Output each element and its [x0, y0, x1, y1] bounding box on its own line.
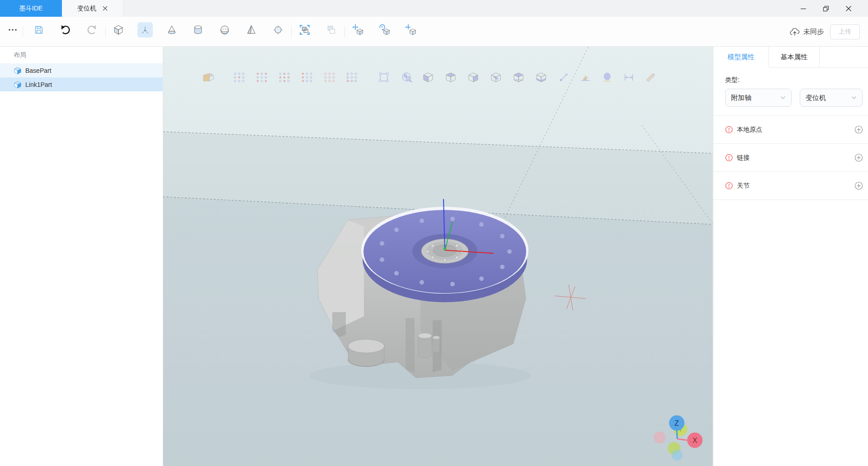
app-tab[interactable]: 墨斗IDE [0, 0, 62, 17]
upload-button[interactable]: 上传 [830, 24, 860, 39]
view-top-icon[interactable] [512, 71, 525, 84]
insert-cube-icon[interactable] [201, 71, 215, 84]
view-front-icon[interactable] [421, 71, 435, 84]
tree-item-link1part[interactable]: Link1Part [0, 77, 163, 91]
cube-icon [113, 24, 124, 36]
panel-tabs: 模型属性 基本属性 [713, 47, 868, 68]
close-button[interactable] [837, 0, 860, 17]
measure-width-icon[interactable] [622, 71, 636, 84]
create-sphere-button[interactable] [217, 22, 232, 38]
type-select-category-value: 附加轴 [731, 94, 751, 102]
snap-column-icon[interactable] [300, 71, 314, 84]
maximize-button[interactable] [815, 0, 837, 17]
properties-panel: 模型属性 基本属性 类型: 附加轴 变位机 本地原点 链接 [713, 47, 868, 466]
tree-item-basepart[interactable]: BasePart [0, 63, 163, 77]
translate-cube-icon [405, 24, 417, 36]
viewport-toolbar [163, 71, 713, 87]
tab-basic-properties[interactable]: 基本属性 [769, 47, 820, 67]
titlebar-drag-area [123, 0, 792, 17]
tree-item-label: Link1Part [25, 81, 52, 88]
maximize-icon [822, 5, 830, 13]
undo-button[interactable] [58, 22, 73, 38]
tree-item-label: BasePart [25, 67, 52, 74]
cloud-upload-icon [789, 27, 800, 37]
add-link-button[interactable] [854, 153, 863, 162]
translate-part-button[interactable] [403, 22, 419, 38]
doc-tab-label: 变位机 [77, 5, 96, 13]
chevron-down-icon [780, 96, 786, 100]
warning-icon [725, 182, 733, 190]
3d-viewport[interactable]: Y Z X [163, 47, 713, 466]
tab-model-properties[interactable]: 模型属性 [713, 47, 769, 68]
undo-icon [60, 24, 71, 36]
close-icon [844, 5, 853, 13]
redo-button[interactable] [84, 22, 99, 38]
tab-close-icon[interactable] [103, 6, 108, 11]
warning-icon [725, 126, 733, 133]
axis-triad-button[interactable] [137, 22, 153, 38]
measure-circle-icon[interactable] [600, 71, 614, 84]
scene-canvas: Y Z X [163, 47, 712, 466]
measure-angle-icon[interactable] [579, 71, 592, 84]
axis-z-negative-ball[interactable] [672, 450, 683, 461]
main-toolbar: 未同步 上传 [0, 17, 868, 47]
snap-origin-icon[interactable] [345, 71, 359, 84]
view-back-icon[interactable] [444, 71, 458, 84]
minimize-button[interactable] [792, 0, 815, 17]
add-joint-button[interactable] [854, 181, 863, 190]
point-icon [272, 24, 284, 36]
pyramid-icon [245, 24, 257, 36]
measure-distance-icon[interactable] [557, 71, 571, 84]
save-icon [33, 24, 44, 35]
create-point-button[interactable] [270, 22, 286, 38]
snap-cross-icon[interactable] [278, 71, 291, 84]
doc-tab[interactable]: 变位机 [62, 0, 123, 17]
rotate-part-button[interactable] [377, 22, 392, 38]
chevron-down-icon [851, 96, 857, 100]
copy-button[interactable] [324, 22, 339, 38]
sphere-icon [219, 24, 231, 36]
type-select-category[interactable]: 附加轴 [725, 89, 792, 107]
add-local-origin-button[interactable] [854, 125, 863, 134]
selection-frame-icon[interactable] [377, 71, 391, 84]
sidebar-header: 布局 [0, 47, 163, 63]
select-frame-icon [299, 24, 311, 36]
warning-icon [725, 154, 733, 162]
type-select-subtype-value: 变位机 [806, 94, 826, 102]
save-button[interactable] [31, 22, 47, 38]
turntable-disc[interactable] [361, 207, 528, 302]
sync-status-label: 未同步 [803, 28, 824, 36]
snap-center-icon[interactable] [232, 71, 246, 84]
sync-status: 未同步 [789, 27, 824, 37]
more-icon [7, 24, 18, 35]
redo-icon [86, 24, 98, 36]
create-cone-button[interactable] [164, 22, 179, 38]
cone-icon [166, 24, 178, 36]
axis-triad-icon [140, 24, 151, 35]
zoom-area-icon[interactable] [400, 71, 414, 84]
measure-ruler-icon[interactable] [644, 71, 657, 84]
snap-all-icon[interactable] [323, 71, 336, 84]
axis-x-negative-ball[interactable] [654, 432, 665, 443]
section-label: 链接 [737, 154, 850, 162]
create-cylinder-button[interactable] [190, 22, 206, 38]
create-pyramid-button[interactable] [244, 22, 259, 38]
type-label: 类型: [725, 76, 868, 84]
axis-z-label: Z [675, 419, 679, 427]
titlebar: 墨斗IDE 变位机 [0, 0, 868, 17]
rotate-cube-icon [378, 24, 391, 36]
copy-icon [326, 24, 337, 36]
select-frame-button[interactable] [297, 22, 312, 38]
view-left-icon[interactable] [467, 71, 480, 84]
move-part-button[interactable] [350, 22, 366, 38]
view-right-icon[interactable] [489, 71, 503, 84]
section-local-origin: 本地原点 [713, 116, 868, 144]
create-cube-button[interactable] [111, 22, 126, 38]
more-button[interactable] [5, 22, 20, 38]
part-cube-icon [14, 81, 22, 89]
type-select-subtype[interactable]: 变位机 [800, 89, 863, 107]
snap-corners-icon[interactable] [255, 71, 269, 84]
axis-x-label: X [693, 437, 698, 444]
section-link: 链接 [713, 144, 868, 172]
view-bottom-icon[interactable] [534, 71, 548, 84]
